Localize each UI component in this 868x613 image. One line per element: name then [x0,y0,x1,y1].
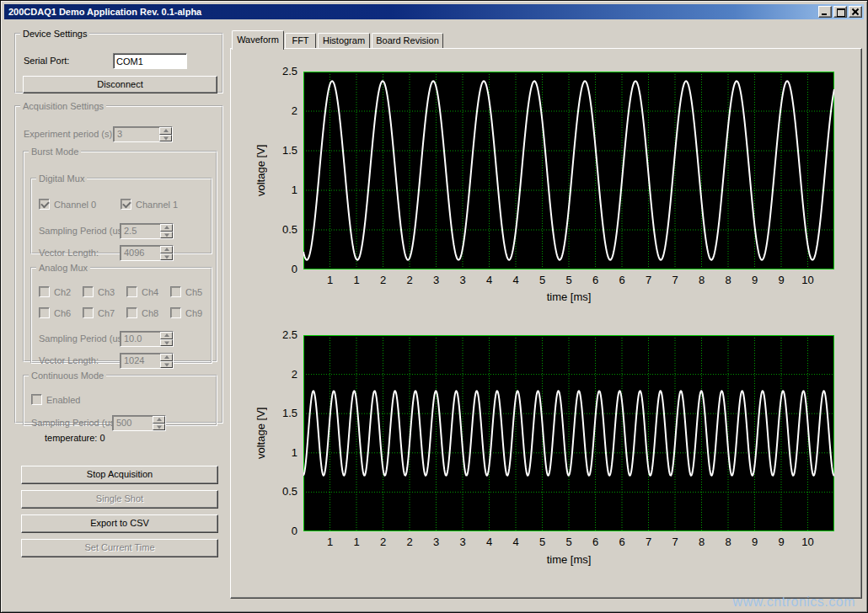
analog-sampling-period-spinner[interactable]: 10.0 [120,331,174,347]
device-settings-group: Device Settings Serial Port: Disconnect [14,29,223,93]
set-current-time-button[interactable]: Set Current Time [21,539,218,557]
export-csv-button[interactable]: Export to CSV [21,514,218,533]
ch8-checkbox[interactable]: Ch8 [126,307,158,318]
analog-sampling-period-value: 10.0 [121,332,160,346]
spin-up-button[interactable] [153,416,165,424]
x-tick-label: 2 [380,536,386,548]
x-tick-label: 3 [433,274,439,286]
ch5-label: Ch5 [185,287,202,297]
temperature-status: temperature: 0 [45,433,105,443]
x-tick-label: 9 [752,274,758,286]
checkbox-icon [121,199,131,210]
minimize-button[interactable] [818,6,832,18]
digital-sampling-period-value: 2.5 [121,224,160,238]
channel1-checkbox[interactable]: Channel 1 [121,199,178,210]
chart1-x-ticks: 11223344556677889910 [303,273,834,286]
ch2-label: Ch2 [54,287,71,297]
single-shot-button[interactable]: Single Shot [21,490,218,509]
ch6-checkbox[interactable]: Ch6 [39,307,71,318]
x-tick-label: 6 [592,536,598,548]
checkbox-icon [83,307,94,318]
ch7-checkbox[interactable]: Ch7 [83,307,115,318]
acquisition-settings-group: Acquisition Settings Experiment period (… [14,101,223,424]
x-tick-label: 7 [646,274,651,286]
x-tick-label: 8 [725,536,731,548]
tab-waveform[interactable]: Waveform [232,30,284,50]
chart1-plot-area [303,72,834,269]
ch9-label: Ch9 [185,308,202,318]
digital-vector-length-spinner[interactable]: 4096 [120,245,174,261]
checkbox-icon [170,307,181,318]
checkbox-icon [39,199,50,210]
analog-mux-legend: Analog Mux [36,263,90,273]
spin-up-button[interactable] [160,246,173,253]
ch4-checkbox[interactable]: Ch4 [126,286,158,297]
x-tick-label: 2 [406,274,412,286]
spinner-arrows [153,416,165,430]
serial-port-input[interactable] [113,53,187,69]
spin-down-button[interactable] [160,253,173,261]
title-bar[interactable]: 200CDAQ1 Demo Application Rev. 0.1-alpha [4,4,864,19]
stop-acquisition-button[interactable]: Stop Acquisition [21,466,218,484]
chart2-y-axis-label: voltage [V] [255,335,268,531]
channel0-label: Channel 0 [54,200,96,210]
spin-up-button[interactable] [160,332,173,339]
ch9-checkbox[interactable]: Ch9 [170,307,202,318]
acquisition-settings-legend: Acquisition Settings [20,101,106,111]
x-tick-label: 4 [486,536,492,548]
tab-fft[interactable]: FFT [285,33,316,48]
x-tick-label: 7 [672,536,678,548]
x-tick-label: 5 [565,536,571,548]
x-tick-label: 6 [619,274,624,286]
continuous-enabled-checkbox[interactable]: Enabled [31,394,80,405]
disconnect-button[interactable]: Disconnect [23,76,217,93]
x-tick-label: 7 [646,536,651,548]
x-tick-label: 2 [406,536,412,548]
y-tick-label: 0 [292,263,297,275]
digital-sampling-period-spinner[interactable]: 2.5 [120,223,174,239]
y-tick-label: 2 [292,104,297,117]
channel0-checkbox[interactable]: Channel 0 [39,199,96,210]
ch2-checkbox[interactable]: Ch2 [39,286,71,297]
spinner-arrows [160,224,173,238]
y-tick-label: 2.5 [282,328,297,341]
x-tick-label: 9 [778,274,784,286]
experiment-period-value: 3 [114,127,159,141]
x-tick-label: 8 [699,536,705,548]
tab-board-revision[interactable]: Board Revision [372,33,443,48]
ch5-checkbox[interactable]: Ch5 [170,286,202,297]
y-tick-label: 1.5 [282,407,297,419]
tab-histogram[interactable]: Histogram [318,33,370,48]
digital-sampling-period-label: Sampling Period (us): [39,226,128,236]
x-tick-label: 5 [539,536,545,548]
spin-down-button[interactable] [160,339,173,347]
ch4-label: Ch4 [142,287,158,297]
analog-vector-length-spinner[interactable]: 1024 [120,353,174,369]
spin-up-button[interactable] [160,354,173,361]
experiment-period-spinner[interactable]: 3 [113,126,173,142]
spin-up-button[interactable] [160,224,173,232]
y-tick-label: 1.5 [282,144,297,157]
spin-up-button[interactable] [159,127,172,135]
x-tick-label: 7 [672,274,678,286]
continuous-mode-legend: Continuous Mode [29,370,106,381]
x-tick-label: 4 [486,274,492,286]
x-tick-label: 10 [801,536,813,548]
y-tick-label: 2.5 [282,65,297,77]
spin-down-button[interactable] [153,424,165,431]
y-tick-label: 0.5 [282,486,297,498]
checkbox-icon [39,286,50,297]
x-tick-label: 1 [353,274,359,286]
ch3-checkbox[interactable]: Ch3 [83,286,115,297]
checkbox-icon [126,286,137,297]
close-button[interactable] [849,6,862,18]
continuous-sampling-period-spinner[interactable]: 500 [112,415,166,431]
chart2-plot-area [303,335,834,531]
spin-down-button[interactable] [159,135,172,142]
maximize-button[interactable] [833,6,847,18]
spin-down-button[interactable] [160,361,173,369]
spinner-arrows [160,354,173,368]
y-tick-label: 2 [292,368,297,381]
spin-down-button[interactable] [160,232,173,239]
checkbox-icon [39,307,50,318]
